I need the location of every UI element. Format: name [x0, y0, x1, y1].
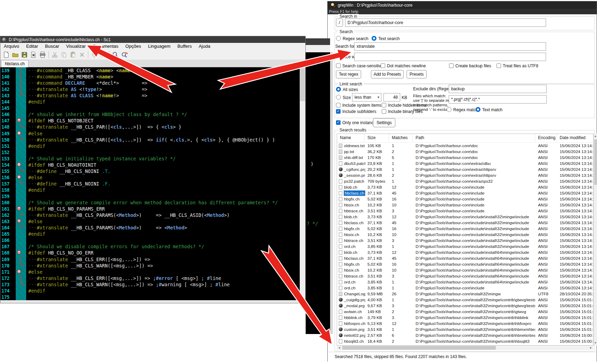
slash-button[interactable]: / — [336, 18, 343, 27]
size-is-radio[interactable] — [336, 95, 341, 100]
result-row[interactable]: hbclass.ch37,1 KB45D:\Prgplus\Tools\harb… — [337, 256, 593, 261]
column-header-matches[interactable]: Matches — [389, 134, 413, 142]
include-binary-checkbox[interactable] — [382, 109, 386, 114]
include-system-label[interactable]: Include system items — [342, 103, 381, 108]
result-row[interactable]: _session.prg28,6 KB2D:\Prgplus\Tools\har… — [337, 173, 593, 179]
result-row[interactable]: wvtwin.ch149 KB2D:\Prgplus\Tools\harbour… — [337, 309, 593, 315]
result-row[interactable]: ChangeLog.txt9,59 MB26D:\Prgplus\Tools\h… — [337, 291, 593, 297]
regex-search-radio-label[interactable]: Regex search — [343, 36, 368, 41]
menu-opcoes[interactable]: Opções — [122, 43, 144, 50]
scroll-right-icon[interactable]: ► — [588, 346, 594, 350]
result-row[interactable]: hbclass.ch37,1 KB45D:\Prgplus\Tools\harb… — [337, 190, 593, 196]
result-row[interactable]: hbblink.ch3,79 KB3D:\Prgplus\Tools\harbo… — [337, 315, 593, 321]
result-row[interactable]: hbfoxpro.ch5,13 KB12D:\Prgplus\Tools\har… — [337, 321, 593, 327]
utf8-checkbox[interactable] — [497, 63, 501, 68]
fold-collapse-icon[interactable] — [17, 175, 21, 179]
column-header-size[interactable]: Size — [365, 134, 389, 142]
menu-ajuda[interactable]: Ajuda — [195, 43, 214, 50]
include-system-checkbox[interactable] — [336, 103, 341, 107]
regex-match-radio[interactable] — [447, 107, 452, 112]
size-value-input[interactable]: 48 — [383, 93, 400, 101]
column-header-date-modified[interactable]: Date modified — [557, 134, 594, 142]
menu-linguagem[interactable]: Linguagem — [144, 43, 174, 50]
results-hscrollbar[interactable]: ◄ ► — [337, 346, 594, 350]
result-row[interactable]: blob.ch3,73 KB12D:\Prgplus\Tools\harbour… — [337, 250, 593, 256]
result-row[interactable]: hbtrace.ch3,51 KB3D:\Prgplus\Tools\harbo… — [337, 238, 593, 244]
column-header-path[interactable]: Path — [413, 134, 535, 142]
test-regex-button[interactable]: Test regex — [336, 70, 361, 78]
text-search-radio-label[interactable]: Text search — [378, 36, 400, 41]
result-row[interactable]: custom.prg3,51 KB1D:\Prgplus\Tools\harbo… — [337, 327, 593, 333]
result-row[interactable]: dbu53.patch23,8 KB1D:\Prgplus\Tools\harb… — [337, 161, 593, 167]
tab-hbclass[interactable]: hbclass.ch — [1, 60, 29, 67]
regex-match-label[interactable]: Regex match — [453, 107, 478, 112]
grepwin-titlebar[interactable]: grepWin : D:\Prgplus\Tools\harbour-core — [328, 1, 597, 9]
new-icon[interactable] — [2, 51, 11, 59]
create-backup-checkbox[interactable] — [449, 63, 454, 68]
replace-icon[interactable] — [120, 51, 129, 59]
text-match-label[interactable]: Text match — [482, 107, 502, 112]
find-icon[interactable] — [111, 51, 120, 59]
result-row[interactable]: hbgfx.ch5,02 KB16D:\Prgplus\Tools\harbou… — [337, 226, 593, 232]
close-icon[interactable] — [29, 51, 38, 59]
scroll-left-icon[interactable]: ◄ — [337, 346, 342, 350]
result-row[interactable]: oldnews.txt105 KB1D:\Prgplus\Tools\harbo… — [337, 143, 593, 149]
exclude-dirs-input[interactable]: backup — [449, 85, 547, 93]
result-row[interactable]: pp.txt36,2 KB2D:\Prgplus\Tools\harbour-c… — [337, 149, 593, 155]
dot-matches-newline-checkbox[interactable] — [381, 63, 385, 68]
regex-search-radio[interactable] — [336, 36, 341, 41]
result-row[interactable]: hbgfx.ch5,02 KB16D:\Prgplus\Tools\harbou… — [337, 261, 593, 267]
include-hidden-checkbox[interactable] — [382, 103, 386, 107]
result-row[interactable]: _cuigdlg.prg4,00 KB1D:\Prgplus\Tools\har… — [337, 297, 593, 303]
cut-icon[interactable] — [50, 51, 59, 59]
include-subfolders-checkbox[interactable] — [336, 109, 341, 114]
result-row[interactable]: ord.ch3,85 KB1D:\Prgplus\Tools\harbour-c… — [337, 279, 593, 285]
utf8-label[interactable]: Treat files as UTF8 — [503, 63, 538, 68]
menu-visualizar[interactable]: Visualizar — [63, 43, 89, 50]
result-row[interactable]: hbsix.ch10,2 KB10D:\Prgplus\Tools\harbou… — [337, 232, 593, 238]
editor-hscrollbar[interactable] — [0, 300, 300, 303]
add-to-presets-button[interactable]: Add to Presets — [371, 70, 404, 78]
column-header-name[interactable]: Name — [337, 134, 365, 142]
fold-collapse-icon[interactable] — [17, 206, 21, 210]
files-match-input[interactable]: *.prg|*.ch|*.c|*.* — [449, 95, 547, 104]
search-for-input[interactable]: xtranslate — [354, 42, 546, 51]
fold-collapse-icon[interactable] — [17, 131, 21, 135]
code-area[interactable]: 139···#xcommand _HB_CLASS <name> <name> … — [0, 67, 300, 300]
menu-ferramentas[interactable]: Ferramentas — [89, 43, 122, 50]
menu-arquivo[interactable]: Arquivo — [0, 43, 23, 50]
result-row[interactable]: hbsqlit3.ch18,4 KB2D:\Prgplus\Tools\harb… — [337, 339, 593, 344]
settings-button[interactable]: Settings — [373, 118, 395, 127]
text-search-radio[interactable] — [372, 36, 376, 41]
scite-titlebar[interactable]: D:\Prgplus\Tools\harbour-core\include\hb… — [0, 36, 305, 43]
result-row[interactable]: hbtrace.ch3,51 KB3D:\Prgplus\Tools\harbo… — [337, 208, 593, 214]
result-row[interactable]: _modal.prg9,67 KB3D:\Prgplus\Tools\harbo… — [337, 303, 593, 309]
redo-icon[interactable] — [99, 51, 108, 59]
search-path-input[interactable]: D:\Prgplus\Tools\harbour-core — [345, 18, 546, 27]
presets-button[interactable]: Presets — [406, 70, 427, 78]
scroll-up-icon[interactable]: ▲ — [594, 134, 597, 139]
undo-icon[interactable] — [90, 51, 99, 59]
only-one-instance-label[interactable]: Only one instance — [342, 120, 376, 125]
editor-vscrollbar[interactable] — [300, 67, 305, 300]
save-icon[interactable] — [20, 51, 29, 59]
result-row[interactable]: ps32.patch709 bytes1D:\Prgplus\Tools\har… — [337, 179, 593, 184]
only-one-instance-checkbox[interactable] — [336, 120, 341, 125]
all-sizes-radio[interactable] — [336, 87, 341, 92]
fold-collapse-icon[interactable] — [17, 219, 21, 223]
result-row[interactable]: ord.ch3,85 KB1D:\Prgplus\Tools\harbour-c… — [337, 244, 593, 250]
result-row[interactable]: netiot02.prg2,57 KB6D:\Prgplus\Tools\har… — [337, 333, 593, 339]
paste-icon[interactable] — [68, 51, 77, 59]
print-icon[interactable] — [38, 51, 47, 59]
results-vscrollbar[interactable]: ▲ ▼ — [594, 134, 597, 346]
copy-icon[interactable] — [59, 51, 68, 59]
fold-collapse-icon[interactable] — [17, 162, 21, 166]
dot-matches-newline-label[interactable]: Dot matches newline — [387, 63, 426, 68]
create-backup-label[interactable]: Create backup files — [455, 63, 491, 68]
result-row[interactable]: ord.ch3,85 KB1D:\Prgplus\Tools\harbour-c… — [337, 285, 593, 291]
result-row[interactable]: hbgfx.ch5,02 KB16D:\Prgplus\Tools\harbou… — [337, 196, 593, 202]
result-row[interactable]: xhb-diff.txt170 KB5D:\Prgplus\Tools\harb… — [337, 155, 593, 161]
result-row[interactable]: hbtrace.ch3,51 KB3D:\Prgplus\Tools\harbo… — [337, 273, 593, 279]
scroll-down-icon[interactable]: ▼ — [594, 340, 597, 346]
result-row[interactable]: blob.ch3,73 KB12D:\Prgplus\Tools\harbour… — [337, 214, 593, 220]
